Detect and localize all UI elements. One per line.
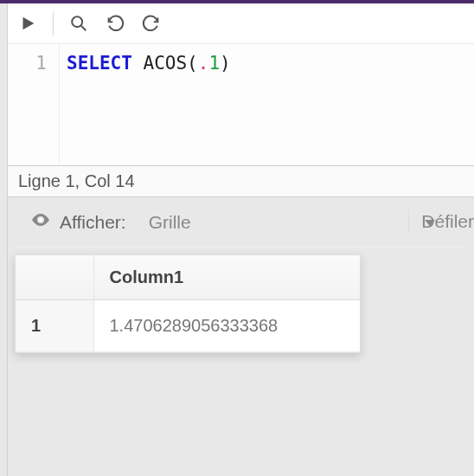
results-table: Column1 1 1.4706289056333368 bbox=[16, 255, 360, 352]
sql-close-paren: ) bbox=[220, 53, 231, 74]
table-row[interactable]: 1 1.4706289056333368 bbox=[16, 300, 360, 352]
svg-point-0 bbox=[72, 16, 82, 27]
svg-point-2 bbox=[39, 218, 42, 222]
scroll-label: Défiler bbox=[421, 211, 474, 232]
toolbar-divider bbox=[53, 11, 54, 35]
code-area[interactable]: SELECT ACOS(.1) bbox=[60, 44, 474, 165]
sql-number: 1 bbox=[208, 53, 220, 74]
row-index: 1 bbox=[16, 300, 93, 352]
view-mode-select[interactable]: Grille bbox=[135, 212, 452, 233]
results-grid-card: Column1 1 1.4706289056333368 bbox=[15, 254, 361, 353]
search-button[interactable] bbox=[64, 9, 93, 38]
sql-function: ACOS bbox=[144, 53, 188, 74]
cursor-position: Ligne 1, Col 14 bbox=[18, 171, 135, 190]
svg-line-1 bbox=[81, 26, 86, 31]
results-panel: Afficher: Grille Défiler Column1 bbox=[8, 197, 474, 476]
view-label: Afficher: bbox=[60, 212, 126, 233]
view-controls: Afficher: Grille bbox=[15, 197, 467, 248]
eye-icon bbox=[30, 209, 51, 235]
column-header[interactable]: Column1 bbox=[93, 255, 360, 300]
editor-toolbar bbox=[8, 3, 474, 44]
view-mode-value: Grille bbox=[149, 212, 191, 233]
sql-editor[interactable]: 1 SELECT ACOS(.1) bbox=[8, 44, 474, 165]
scroll-control[interactable]: Défiler bbox=[408, 209, 474, 234]
run-button[interactable] bbox=[13, 9, 42, 38]
line-number: 1 bbox=[8, 53, 47, 74]
app-frame: 1 SELECT ACOS(.1) Ligne 1, Col 14 Affich… bbox=[0, 3, 474, 476]
redo-button[interactable] bbox=[137, 9, 166, 38]
view-divider bbox=[408, 209, 409, 234]
sql-open-paren: ( bbox=[187, 53, 198, 74]
table-header-row: Column1 bbox=[16, 255, 360, 300]
sql-keyword: SELECT bbox=[67, 53, 132, 74]
cursor-status: Ligne 1, Col 14 bbox=[8, 165, 474, 197]
sql-dot: . bbox=[198, 53, 209, 74]
line-gutter: 1 bbox=[8, 44, 60, 165]
cell-value: 1.4706289056333368 bbox=[93, 300, 360, 352]
row-header-corner bbox=[16, 255, 93, 300]
undo-button[interactable] bbox=[100, 9, 130, 38]
